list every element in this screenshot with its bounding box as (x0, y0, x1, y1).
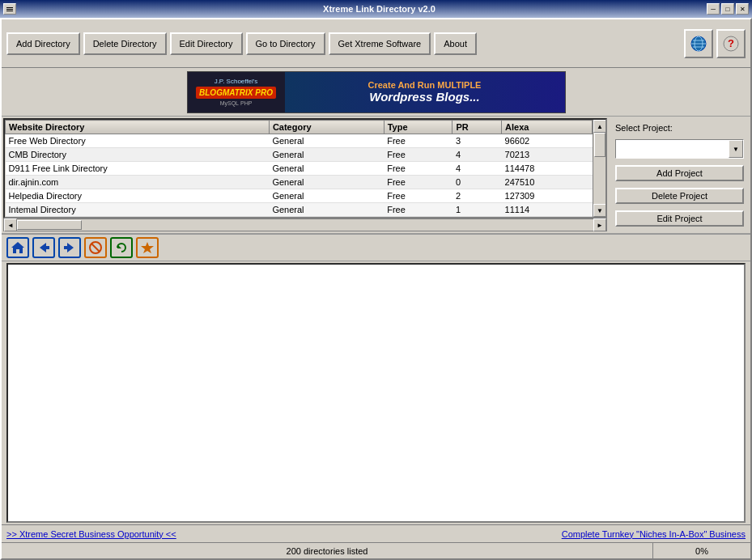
right-status-link[interactable]: Complete Turnkey "Niches In-A-Box" Busin… (557, 529, 750, 539)
refresh-button[interactable] (110, 237, 133, 258)
row-category: General (269, 148, 384, 162)
row-alexa: 127309 (502, 189, 593, 203)
scroll-left-button[interactable]: ◄ (4, 218, 17, 231)
scroll-thumb[interactable] (594, 133, 605, 157)
svg-text:?: ? (728, 37, 734, 49)
row-website: dir.ajnin.com (6, 176, 270, 189)
horizontal-scrollbar[interactable]: ◄ ► (3, 218, 607, 231)
row-alexa: 70213 (502, 148, 593, 162)
add-directory-button[interactable]: Add Directory (6, 32, 80, 55)
col-pr[interactable]: PR (452, 121, 502, 134)
svg-marker-15 (117, 244, 121, 248)
favorite-button[interactable] (136, 237, 159, 258)
banner-tagline1: Create And Run MULTIPLE (368, 80, 482, 90)
row-category: General (269, 162, 384, 176)
select-project-label: Select Project: (615, 123, 744, 133)
scroll-track[interactable] (593, 133, 605, 204)
row-pr: 1 (452, 203, 502, 217)
get-xtreme-software-button[interactable]: Get Xtreme Software (329, 32, 431, 55)
status-bar: >> Xtreme Secret Business Opportunity <<… (2, 524, 750, 542)
row-website: D911 Free Link Directory (6, 162, 270, 176)
row-type: Free (384, 176, 452, 189)
go-to-directory-button[interactable]: Go to Directory (246, 32, 325, 55)
title-bar: Xtreme Link Directory v2.0 ─ □ ✕ (0, 0, 752, 18)
table-row[interactable]: CMB Directory General Free 4 70213 (6, 148, 593, 162)
banner-left: J.P. Schoeffel's BLOGMATRIX PRO MySQLPHP (188, 72, 285, 112)
vertical-scrollbar[interactable]: ▲ ▼ (593, 120, 605, 217)
table-section: Website Directory Category Type PR Alexa… (2, 117, 750, 234)
row-pr: 4 (452, 162, 502, 176)
col-category[interactable]: Category (269, 121, 384, 134)
svg-rect-1 (6, 9, 13, 10)
horiz-track[interactable] (17, 219, 593, 231)
edit-directory-button[interactable]: Edit Directory (170, 32, 243, 55)
col-type[interactable]: Type (384, 121, 452, 134)
row-category: General (269, 203, 384, 217)
left-status-link[interactable]: >> Xtreme Secret Business Opportunity << (2, 529, 557, 539)
globe-icon[interactable] (684, 29, 713, 58)
table-scroll-area[interactable]: Website Directory Category Type PR Alexa… (3, 118, 607, 218)
select-dropdown-arrow[interactable]: ▼ (729, 140, 743, 158)
svg-rect-0 (6, 7, 13, 8)
scroll-down-button[interactable]: ▼ (593, 204, 606, 217)
directories-count: 200 directories listed (2, 543, 653, 558)
toolbar: Add Directory Delete Directory Edit Dire… (2, 19, 750, 68)
row-type: Free (384, 189, 452, 203)
horiz-thumb[interactable] (17, 220, 82, 230)
browser-content (6, 263, 746, 523)
row-website: Helpedia Directory (6, 189, 270, 203)
back-button[interactable] (32, 237, 55, 258)
add-project-button[interactable]: Add Project (615, 165, 744, 181)
svg-marker-16 (141, 242, 154, 253)
row-type: Free (384, 162, 452, 176)
row-alexa: 247510 (502, 176, 593, 189)
row-pr: 2 (452, 189, 502, 203)
scroll-up-button[interactable]: ▲ (593, 120, 606, 133)
main-container: Add Directory Delete Directory Edit Dire… (0, 18, 752, 560)
banner[interactable]: J.P. Schoeffel's BLOGMATRIX PRO MySQLPHP… (187, 71, 566, 113)
row-type: Free (384, 148, 452, 162)
row-alexa: 96602 (502, 134, 593, 148)
project-select-wrapper[interactable]: ▼ (615, 139, 744, 159)
edit-project-button[interactable]: Edit Project (615, 210, 744, 227)
minimize-button[interactable]: ─ (707, 3, 720, 15)
status-percentage: 0% (653, 543, 750, 558)
maximize-button[interactable]: □ (721, 3, 734, 15)
col-alexa[interactable]: Alexa (502, 121, 593, 134)
row-pr: 3 (452, 134, 502, 148)
svg-marker-10 (11, 242, 24, 253)
row-category: General (269, 134, 384, 148)
about-button[interactable]: About (434, 32, 477, 55)
delete-project-button[interactable]: Delete Project (615, 188, 744, 204)
forward-button[interactable] (58, 237, 81, 258)
right-panel: Select Project: ▼ Add Project Delete Pro… (609, 117, 750, 233)
close-button[interactable]: ✕ (736, 3, 749, 15)
delete-directory-button[interactable]: Delete Directory (83, 32, 167, 55)
row-website: CMB Directory (6, 148, 270, 162)
row-type: Free (384, 134, 452, 148)
row-category: General (269, 189, 384, 203)
svg-rect-2 (6, 11, 13, 11)
system-menu-icon[interactable] (3, 3, 16, 15)
svg-marker-12 (64, 243, 74, 252)
col-website-directory[interactable]: Website Directory (6, 121, 270, 134)
stop-button[interactable] (84, 237, 107, 258)
table-row[interactable]: dir.ajnin.com General Free 0 247510 (6, 176, 593, 189)
row-website: Free Web Directory (6, 134, 270, 148)
row-type: Free (384, 203, 452, 217)
row-category: General (269, 176, 384, 189)
table-row[interactable]: Helpedia Directory General Free 2 127309 (6, 189, 593, 203)
help-icon[interactable]: ? (716, 29, 746, 58)
row-website: Intemal Directory (6, 203, 270, 217)
banner-product: BLOGMATRIX PRO (199, 88, 273, 97)
table-data-area: Website Directory Category Type PR Alexa… (5, 120, 593, 217)
row-alexa: 11114 (502, 203, 593, 217)
table-row[interactable]: D911 Free Link Directory General Free 4 … (6, 162, 593, 176)
table-row[interactable]: Intemal Directory General Free 1 11114 (6, 203, 593, 217)
project-select[interactable] (616, 140, 729, 158)
banner-author: J.P. Schoeffel's (196, 78, 276, 85)
table-row[interactable]: Free Web Directory General Free 3 96602 (6, 134, 593, 148)
scroll-right-button[interactable]: ► (593, 218, 606, 231)
table-wrapper: Website Directory Category Type PR Alexa… (2, 117, 609, 233)
home-button[interactable] (6, 237, 29, 258)
